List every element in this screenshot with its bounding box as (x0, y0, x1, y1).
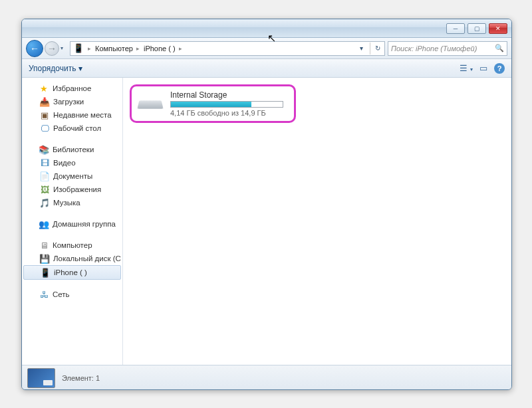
computer-label: Компьютер (53, 241, 92, 249)
help-button[interactable]: ? (494, 63, 505, 74)
drive-icon (136, 90, 164, 112)
sidebar-network-header[interactable]: 🖧 Сеть (22, 288, 122, 301)
sidebar-item-label: Рабочий стол (53, 124, 101, 132)
status-text: Элемент: 1 (62, 374, 100, 382)
search-icon: 🔍 (495, 44, 504, 52)
homegroup-label: Домашняя группа (53, 220, 116, 228)
breadcrumb-item[interactable]: Компьютер ▸ (94, 45, 141, 52)
pictures-icon: 🖼 (39, 184, 50, 195)
sidebar-item-pictures[interactable]: 🖼 Изображения (22, 183, 122, 196)
star-icon: ★ (39, 83, 49, 94)
back-button[interactable]: ← (26, 40, 43, 57)
sidebar-item-label: Загрузки (53, 98, 84, 106)
sidebar-item-label: Локальный диск (C (53, 255, 121, 262)
toolbar: Упорядочить ▾ ☰ ▾ ▭ ? (22, 59, 511, 78)
sidebar-homegroup-header[interactable]: 👥 Домашняя группа (22, 217, 122, 231)
navigation-bar: ← → ▾ 📱 ▸ Компьютер ▸ iPhone ( ) ▸ ▾ ↻ П… (22, 38, 511, 59)
search-input[interactable]: Поиск: iPhone (Тимофей) 🔍 (388, 41, 507, 56)
chevron-right-icon: ▸ (136, 45, 140, 52)
maximize-button[interactable]: ▢ (467, 23, 486, 34)
recent-icon: ▣ (39, 110, 50, 120)
address-drop-button[interactable]: ▾ (355, 43, 367, 54)
phone-icon: 📱 (40, 267, 51, 278)
refresh-button[interactable]: ↻ (370, 43, 382, 54)
explorer-window: ─ ▢ ✕ ← → ▾ 📱 ▸ Компьютер ▸ iPhone ( ) ▸… (21, 19, 512, 390)
desktop-icon: 🖵 (39, 123, 50, 134)
sidebar-item-label: Изображения (53, 185, 101, 193)
forward-button[interactable]: → (45, 41, 59, 56)
breadcrumb-separator[interactable]: ▸ (85, 45, 92, 52)
downloads-icon: 📥 (39, 96, 50, 107)
computer-icon: 🖥 (39, 240, 49, 251)
organize-button[interactable]: Упорядочить ▾ (29, 64, 82, 73)
sidebar-computer-header[interactable]: 🖥 Компьютер (22, 239, 122, 252)
video-icon: 🎞 (39, 157, 50, 168)
organize-label: Упорядочить (29, 64, 76, 73)
view-options-button[interactable]: ☰ ▾ (460, 63, 473, 73)
homegroup-icon: 👥 (39, 219, 49, 229)
document-icon: 📄 (39, 171, 50, 181)
content-pane: Internal Storage 4,14 ГБ свободно из 14,… (123, 78, 511, 365)
favorites-label: Избранное (53, 84, 91, 92)
navigation-pane: ★ Избранное 📥 Загрузки ▣ Недавние места … (22, 78, 123, 365)
storage-fill (171, 102, 251, 107)
sidebar-libraries-header[interactable]: 📚 Библиотеки (22, 143, 122, 156)
sidebar-item-desktop[interactable]: 🖵 Рабочий стол (22, 122, 122, 135)
address-bar[interactable]: 📱 ▸ Компьютер ▸ iPhone ( ) ▸ ▾ ↻ (70, 41, 385, 56)
sidebar-item-music[interactable]: 🎵 Музыка (22, 196, 122, 209)
network-icon: 🖧 (39, 289, 49, 300)
internal-storage-item[interactable]: Internal Storage 4,14 ГБ свободно из 14,… (130, 84, 296, 123)
search-placeholder: Поиск: iPhone (Тимофей) (391, 45, 477, 52)
breadcrumb-label: iPhone ( ) (144, 45, 176, 52)
close-button[interactable]: ✕ (489, 23, 507, 34)
device-icon: 📱 (73, 43, 84, 54)
sidebar-item-label: Документы (53, 172, 92, 180)
sidebar-item-documents[interactable]: 📄 Документы (22, 169, 122, 183)
storage-title: Internal Storage (170, 90, 290, 100)
sidebar-item-local-disk[interactable]: 💾 Локальный диск (C (22, 252, 122, 265)
sidebar-item-label: Недавние места (53, 111, 112, 119)
breadcrumb-label: Компьютер (95, 45, 133, 52)
storage-capacity-bar (170, 101, 283, 108)
sidebar-item-label: Видео (53, 159, 76, 167)
sidebar-item-videos[interactable]: 🎞 Видео (22, 156, 122, 169)
status-bar: Элемент: 1 (22, 365, 511, 390)
storage-info: Internal Storage 4,14 ГБ свободно из 14,… (170, 90, 290, 117)
nav-history-drop[interactable]: ▾ (61, 45, 67, 51)
storage-subtitle: 4,14 ГБ свободно из 14,9 ГБ (170, 109, 290, 117)
titlebar: ─ ▢ ✕ (22, 19, 511, 38)
sidebar-item-iphone[interactable]: 📱 iPhone ( ) (23, 265, 121, 280)
minimize-button[interactable]: ─ (446, 23, 465, 34)
music-icon: 🎵 (39, 197, 50, 208)
breadcrumb-item[interactable]: iPhone ( ) ▸ (142, 45, 184, 52)
sidebar-item-downloads[interactable]: 📥 Загрузки (22, 95, 122, 108)
preview-pane-button[interactable]: ▭ (479, 63, 487, 73)
status-thumbnail-icon (27, 368, 55, 388)
libraries-label: Библиотеки (53, 146, 94, 153)
body: ★ Избранное 📥 Загрузки ▣ Недавние места … (22, 78, 511, 365)
network-label: Сеть (53, 290, 70, 298)
sidebar-item-label: iPhone ( ) (54, 268, 87, 276)
chevron-down-icon: ▾ (78, 64, 82, 73)
sidebar-favorites-header[interactable]: ★ Избранное (22, 82, 122, 95)
disk-icon: 💾 (39, 253, 50, 264)
sidebar-item-label: Музыка (53, 199, 80, 207)
chevron-right-icon: ▸ (179, 45, 182, 52)
libraries-icon: 📚 (39, 144, 49, 155)
sidebar-item-recent[interactable]: ▣ Недавние места (22, 108, 122, 122)
